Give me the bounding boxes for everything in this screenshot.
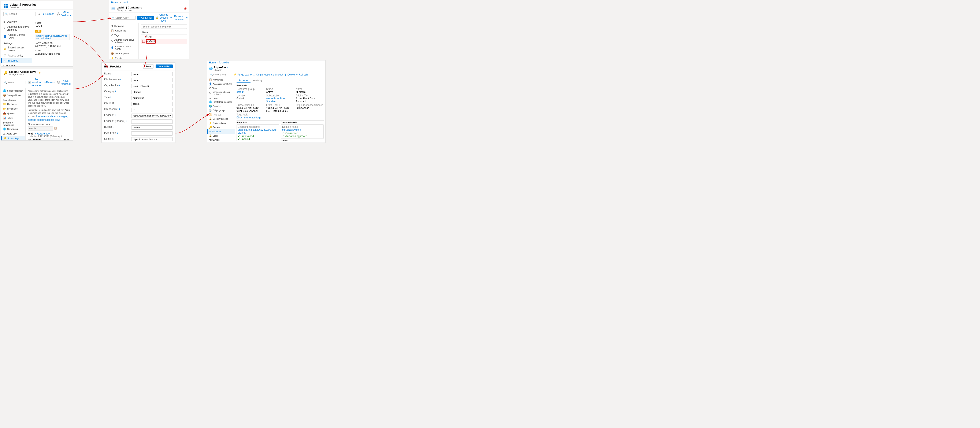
- breadcrumb-casbin[interactable]: casbin: [122, 1, 129, 4]
- nav-access-control[interactable]: 👤 Access control (IAM): [207, 82, 235, 86]
- nav-tables[interactable]: 📊 Tables: [1, 116, 25, 120]
- add-container-button[interactable]: + Container: [137, 16, 154, 20]
- refresh-accesskeys-button[interactable]: ↻ Refresh: [43, 81, 55, 84]
- key1-show-button[interactable]: Show: [62, 138, 71, 141]
- key1-input[interactable]: [32, 138, 61, 141]
- nav-properties-fd[interactable]: ≡ Properties: [207, 129, 235, 134]
- nav-security-policies[interactable]: 🔒 Security policies: [207, 117, 235, 121]
- nav-secrets[interactable]: 🔑 Secrets: [207, 125, 235, 129]
- sidebar-item-iam[interactable]: 👤 Access Control (IAM): [1, 32, 32, 40]
- nav-rule-set[interactable]: 📜 Rule set: [207, 113, 235, 117]
- star-icon[interactable]: ★: [38, 72, 41, 75]
- nav-events[interactable]: ⚡ Events: [109, 56, 138, 59]
- nav-datamigration[interactable]: 📦 Data migration: [109, 51, 138, 56]
- endpoint-intranet-info-icon[interactable]: ℹ: [126, 120, 127, 122]
- breadcrumb-fdprofile[interactable]: fd-profile: [219, 61, 229, 64]
- secret-info-icon[interactable]: ℹ: [119, 108, 120, 110]
- type-field-input[interactable]: [131, 96, 173, 100]
- refresh-containers-button[interactable]: ↻ Refresh: [186, 16, 189, 19]
- edit-icon[interactable]: ✎: [227, 66, 228, 68]
- give-feedback-button[interactable]: 💬 Give feedback: [57, 11, 71, 17]
- bucket-info-icon[interactable]: ℹ: [113, 126, 113, 128]
- collapse-icon[interactable]: «: [38, 12, 40, 16]
- nav-locks[interactable]: 🔒 Locks: [207, 134, 235, 138]
- nav-iam[interactable]: 👤 Access Control (IAM): [109, 45, 138, 51]
- fdprofile-search-input[interactable]: [213, 73, 230, 76]
- more-options-icon[interactable]: ···: [68, 5, 71, 7]
- org-field-input[interactable]: [131, 84, 173, 88]
- nav-access-keys[interactable]: 🔑 Access keys: [1, 136, 25, 141]
- search-input[interactable]: [9, 13, 34, 16]
- purge-cache-button[interactable]: ⚡ Purge cache: [234, 73, 251, 76]
- nav-storage-browser[interactable]: 🌐 Storage browser: [1, 88, 25, 93]
- change-access-button[interactable]: 🔒 Change access level: [156, 13, 168, 22]
- sidebar-item-diagnose[interactable]: ✎ Diagnose and solve problems: [1, 24, 32, 32]
- sidebar-item-overview[interactable]: ⊞ Overview: [1, 19, 32, 24]
- give-feedback-accesskeys-button[interactable]: 💬 Give feedback: [57, 80, 71, 86]
- clientid-info-icon[interactable]: ℹ: [115, 102, 115, 105]
- displayname-info-icon[interactable]: ℹ: [120, 78, 121, 81]
- category-field-input[interactable]: [131, 90, 173, 94]
- nav-origin-groups[interactable]: 📡 Origin groups: [207, 108, 235, 113]
- key1-rotate-button[interactable]: ↻ Rotate key: [35, 132, 50, 135]
- nav-activity-log[interactable]: 📋 Activity log: [109, 28, 138, 33]
- nav-networking[interactable]: 🌐 Networking: [1, 127, 25, 131]
- tab-monitoring[interactable]: Monitoring: [250, 78, 265, 83]
- refresh-button[interactable]: ↻ Refresh: [43, 13, 54, 16]
- endpoint-intranet-input[interactable]: [131, 119, 173, 124]
- sidebar-item-shared-access-tokens[interactable]: 🔑 Shared access tokens: [1, 45, 32, 53]
- rotation-reminder-button[interactable]: 🕐 Set rotation reminder: [28, 78, 41, 87]
- nav-storage-mover[interactable]: 📦 Storage Mover: [1, 93, 25, 98]
- table-row-default[interactable]: default: [141, 39, 187, 44]
- breadcrumb-home[interactable]: Home: [111, 1, 118, 4]
- nav-tags[interactable]: 🏷 Tags: [207, 86, 235, 90]
- category-info-icon[interactable]: ℹ: [115, 90, 116, 92]
- save-exit-button[interactable]: Save & Exit: [156, 65, 173, 68]
- nav-file-shares[interactable]: 📂 File shares: [1, 107, 25, 111]
- name-info-icon[interactable]: ℹ: [111, 73, 113, 75]
- nav-diagnose[interactable]: ✎ Diagnose and solve problems: [109, 38, 138, 45]
- logs-checkbox[interactable]: [142, 35, 145, 38]
- sidebar-item-access-policy[interactable]: 📋 Access policy: [1, 53, 32, 58]
- sidebar-item-metadata[interactable]: ℹ Metadata: [1, 63, 32, 67]
- refresh-fd-button[interactable]: ↻ Refresh: [296, 73, 307, 76]
- endpoint-info-icon[interactable]: ℹ: [115, 114, 116, 116]
- containers-search-input[interactable]: [115, 17, 134, 19]
- displayname-field-input[interactable]: [131, 78, 173, 82]
- origin-timeout-button[interactable]: ⏱ Origin response timeout: [253, 73, 283, 76]
- breadcrumb-home[interactable]: Home: [209, 61, 216, 64]
- name-field-input[interactable]: [131, 72, 173, 76]
- default-checkbox[interactable]: [142, 40, 145, 43]
- search-prefix-input[interactable]: [141, 24, 187, 29]
- nav-activity-log[interactable]: 📋 Activity log: [207, 78, 235, 82]
- clientid-field-input[interactable]: [131, 102, 173, 106]
- pathprefix-input[interactable]: [131, 131, 173, 135]
- copy-icon[interactable]: 📋: [54, 127, 57, 130]
- delete-fd-button[interactable]: 🗑 Delete: [284, 73, 295, 76]
- pathprefix-info-icon[interactable]: ℹ: [117, 132, 118, 134]
- save-button[interactable]: Save: [143, 64, 153, 68]
- nav-frontdoor-manager[interactable]: 🌐 Front Door manager: [207, 100, 235, 104]
- more-options[interactable]: ···: [43, 72, 45, 75]
- nav-domains[interactable]: 🌍 Domains: [207, 104, 235, 108]
- accesskeys-search-input[interactable]: [8, 81, 24, 84]
- learn-more-link[interactable]: Learn more about managing storage accoun…: [28, 115, 68, 121]
- nav-azure-cdn[interactable]: ☁ Azure CDN: [1, 131, 25, 136]
- nav-queues[interactable]: 📥 Queues: [1, 111, 25, 116]
- tab-properties[interactable]: Properties: [237, 78, 250, 83]
- pin-icon[interactable]: 📌: [184, 7, 187, 10]
- restore-button[interactable]: ↺ Restore containers: [170, 15, 185, 21]
- endpoint-field-input[interactable]: [131, 113, 173, 118]
- bucket-field-input[interactable]: [131, 126, 173, 130]
- domain-info-icon[interactable]: ℹ: [113, 138, 115, 140]
- nav-overview[interactable]: ⊞ Overview: [109, 24, 138, 28]
- nav-diagnose-fd[interactable]: ✎ Diagnose and solve problems: [207, 90, 235, 96]
- domain-input[interactable]: [131, 137, 173, 141]
- storage-name-input[interactable]: [28, 126, 53, 130]
- org-info-icon[interactable]: ℹ: [119, 84, 120, 87]
- type-info-icon[interactable]: ℹ: [110, 96, 111, 99]
- sidebar-item-properties[interactable]: ≡ Properties: [1, 58, 32, 63]
- nav-tags[interactable]: 🏷 Tags: [109, 33, 138, 38]
- nav-optimizations[interactable]: ⚡ Optimizations: [207, 121, 235, 125]
- nav-containers[interactable]: 📁 Containers: [1, 102, 25, 107]
